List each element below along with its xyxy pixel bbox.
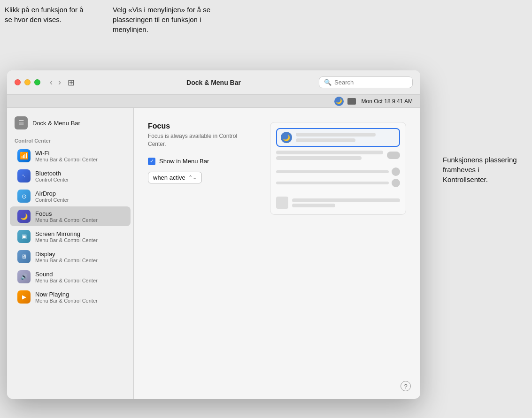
bluetooth-icon: ␉ <box>17 169 31 182</box>
dock-menubar-icon: ☰ <box>15 116 28 129</box>
sidebar-section-label: Control Center <box>7 133 133 145</box>
sound-text: Sound Menu Bar & Control Center <box>35 271 98 283</box>
preview-bottom-lines <box>292 198 400 207</box>
sidebar: ☰ Dock & Menu Bar Control Center 📶 Wi-Fi… <box>7 108 134 399</box>
help-button[interactable]: ? <box>401 381 411 391</box>
airdrop-sub: Control Center <box>35 197 69 203</box>
checkbox-row: ✓ Show in Menu Bar <box>148 158 256 165</box>
wifi-text: Wi-Fi Menu Bar & Control Center <box>35 150 98 162</box>
nowplaying-text: Now Playing Menu Bar & Control Center <box>35 291 98 304</box>
sidebar-item-nowplaying[interactable]: ▶ Now Playing Menu Bar & Control Center <box>10 287 131 307</box>
sidebar-item-sound[interactable]: 🔊 Sound Menu Bar & Control Center <box>10 267 131 287</box>
airdrop-name: AirDrop <box>35 190 69 197</box>
focus-name: Focus <box>35 210 98 217</box>
sound-icon: 🔊 <box>17 270 31 283</box>
preview-toggle-1 <box>387 152 400 159</box>
preview-line-1 <box>296 133 376 137</box>
window-body: ☰ Dock & Menu Bar Control Center 📶 Wi-Fi… <box>7 108 420 399</box>
grid-icon[interactable]: ⊞ <box>68 77 75 88</box>
menubar-strip: 🌙 Mon Oct 18 9:41 AM <box>7 95 420 108</box>
preview-circle-2 <box>392 179 400 187</box>
preview-bottom-line1 <box>292 198 400 202</box>
sound-name: Sound <box>35 271 98 278</box>
search-input[interactable] <box>334 79 408 86</box>
mirroring-icon: ▣ <box>17 230 31 243</box>
callout-top: Velg «Vis i menylinjen» for å se plasser… <box>113 5 225 34</box>
display-text: Display Menu Bar & Control Center <box>35 251 98 263</box>
bluetooth-sub: Control Center <box>35 177 69 182</box>
preview-row-1-lines <box>276 151 383 160</box>
search-box[interactable]: 🔍 <box>319 76 413 88</box>
chevron-up-down-icon: ⌃⌄ <box>188 175 197 181</box>
preview-line-2 <box>296 138 355 142</box>
menubar-focus-icon: 🌙 <box>334 97 344 106</box>
settings-panel: Focus Focus is always available in Contr… <box>148 122 256 385</box>
menubar-date: Mon Oct 18 9:41 AM <box>362 98 413 105</box>
preview-bottom-row <box>276 197 400 209</box>
checkbox-label: Show in Menu Bar <box>159 158 209 165</box>
when-active-dropdown[interactable]: when active ⌃⌄ <box>148 172 202 183</box>
back-arrow[interactable]: ‹ <box>48 77 54 87</box>
preview-slider-2 <box>276 182 389 184</box>
zoom-button[interactable] <box>34 79 40 85</box>
forward-arrow[interactable]: › <box>56 77 63 87</box>
nav-arrows: ‹ › <box>48 77 63 87</box>
airdrop-icon: ⊙ <box>17 190 31 203</box>
wifi-sub: Menu Bar & Control Center <box>35 157 98 162</box>
focus-sub: Menu Bar & Control Center <box>35 217 98 223</box>
focus-text: Focus Menu Bar & Control Center <box>35 210 98 223</box>
preview-focus-lines <box>296 133 395 142</box>
preview-bottom-line2 <box>292 204 335 207</box>
sidebar-item-bluetooth[interactable]: ␉ Bluetooth Control Center <box>10 166 131 186</box>
show-in-menubar-checkbox[interactable]: ✓ <box>148 158 155 165</box>
mirroring-sub: Menu Bar & Control Center <box>35 237 98 243</box>
menubar-control-icon <box>347 98 356 105</box>
sidebar-main-label: Dock & Menu Bar <box>32 120 80 127</box>
preview-row1-line2 <box>276 156 362 160</box>
traffic-lights <box>15 79 40 85</box>
preview-focus-moon-icon: 🌙 <box>281 132 292 143</box>
display-sub: Menu Bar & Control Center <box>35 258 98 263</box>
callout-left: Klikk på en funksjon for å se hvor den v… <box>5 5 85 24</box>
preview-slider-row-2 <box>276 179 400 187</box>
display-icon: 🖥 <box>17 250 31 263</box>
preview-slider-row-1 <box>276 167 400 176</box>
bluetooth-text: Bluetooth Control Center <box>35 170 69 182</box>
mirroring-name: Screen Mirroring <box>35 230 98 237</box>
control-center-preview: 🌙 <box>270 122 406 215</box>
setting-desc: Focus is always available in Control Cen… <box>148 132 256 148</box>
setting-title: Focus <box>148 122 256 130</box>
focus-icon: 🌙 <box>17 210 31 223</box>
sidebar-item-airdrop[interactable]: ⊙ AirDrop Control Center <box>10 186 131 206</box>
wifi-name: Wi-Fi <box>35 150 98 157</box>
sidebar-item-dock-menu-bar[interactable]: ☰ Dock & Menu Bar <box>7 113 133 133</box>
dropdown-value: when active <box>153 174 185 181</box>
window-title: Dock & Menu Bar <box>186 79 241 86</box>
display-name: Display <box>35 251 98 258</box>
sidebar-item-display[interactable]: 🖥 Display Menu Bar & Control Center <box>10 247 131 266</box>
sidebar-item-mirroring[interactable]: ▣ Screen Mirroring Menu Bar & Control Ce… <box>10 227 131 246</box>
preview-small-box <box>276 197 288 209</box>
preferences-window: ‹ › ⊞ Dock & Menu Bar 🔍 🌙 Mon Oct 18 9:4… <box>7 70 420 399</box>
sound-sub: Menu Bar & Control Center <box>35 278 98 283</box>
nowplaying-icon: ▶ <box>17 290 31 304</box>
nowplaying-sub: Menu Bar & Control Center <box>35 298 98 304</box>
preview-row1-line1 <box>276 151 383 154</box>
minimize-button[interactable] <box>24 79 31 85</box>
preview-row-1 <box>276 151 400 160</box>
wifi-icon: 📶 <box>17 149 31 162</box>
sidebar-item-wifi[interactable]: 📶 Wi-Fi Menu Bar & Control Center <box>10 146 131 166</box>
sidebar-item-focus[interactable]: 🌙 Focus Menu Bar & Control Center <box>10 206 131 226</box>
search-icon: 🔍 <box>324 79 332 86</box>
preview-panel: 🌙 <box>270 122 406 385</box>
nowplaying-name: Now Playing <box>35 291 98 298</box>
preview-slider-1 <box>276 170 389 173</box>
airdrop-text: AirDrop Control Center <box>35 190 69 203</box>
preview-focus-highlight: 🌙 <box>276 128 400 147</box>
callout-right: Funksjonens plassering framheves i Kontr… <box>443 155 518 184</box>
preview-circle-1 <box>392 167 400 176</box>
close-button[interactable] <box>15 79 21 85</box>
main-content: Focus Focus is always available in Contr… <box>134 108 420 399</box>
titlebar: ‹ › ⊞ Dock & Menu Bar 🔍 <box>7 70 420 95</box>
bluetooth-name: Bluetooth <box>35 170 69 177</box>
